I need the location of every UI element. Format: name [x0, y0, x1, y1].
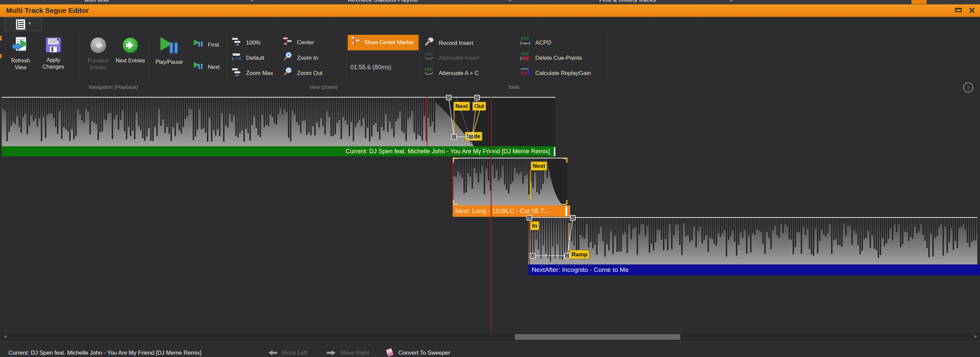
zoom-100-label: 100%: [246, 38, 261, 48]
attenuate-insert-label: Attenuate Insert: [439, 53, 479, 63]
close-button[interactable]: ✕: [968, 5, 975, 16]
center-icon: [283, 37, 292, 49]
svg-text:100: 100: [235, 43, 239, 46]
record-insert-button[interactable]: Record Insert: [424, 37, 473, 46]
apply-changes-button[interactable]: Apply Changes: [38, 34, 69, 82]
ribbon-toolbar: Refresh View Apply Changes: [0, 32, 980, 95]
track-label-current[interactable]: Current: DJ Spen feat. Michelle John - Y…: [2, 146, 555, 156]
next-button[interactable]: Next: [193, 61, 220, 71]
center-label: Center: [297, 38, 314, 48]
waveform-nextafter-track[interactable]: [528, 217, 977, 265]
track-label-next[interactable]: Next: Long - 1109LC - Cut 05 T...: [453, 206, 570, 217]
waveform-next-track[interactable]: [453, 158, 568, 206]
group-caption-navigation: Navigation (Playback): [12, 84, 215, 90]
strip-orange-fragment: [912, 0, 927, 4]
convert-to-sweeper-button[interactable]: Convert To Sweeper: [398, 349, 450, 356]
menu-button[interactable]: ▼: [4, 18, 42, 31]
play-pause-button[interactable]: Play/Pause: [154, 34, 185, 82]
previous-arrow-icon: [89, 37, 107, 54]
move-right-icon: [327, 350, 336, 355]
attenuate-wave-icon: [424, 52, 434, 64]
zoom-in-button[interactable]: Zoom In: [283, 52, 318, 62]
attenuate-insert-button: Attenuate Insert: [424, 52, 479, 62]
delete-cue-points-icon: [520, 52, 531, 64]
show-center-marker-toggle[interactable]: Show Center Marker: [348, 35, 418, 50]
scroll-left-icon[interactable]: ◄: [3, 334, 7, 339]
acpd-icon: [520, 37, 531, 49]
next-arrow-icon: [121, 37, 139, 54]
maximize-button[interactable]: [955, 8, 962, 12]
marker-tag-next[interactable]: Next: [453, 102, 470, 111]
svg-text:MAX: MAX: [235, 74, 239, 76]
apply-changes-label: Apply Changes: [38, 57, 69, 70]
strip-fragment: with disk: [84, 0, 109, 3]
group-caption-view: View (Zoom): [227, 84, 420, 90]
zoom-default-icon: [231, 52, 241, 64]
refresh-view-label: Refresh View: [5, 57, 36, 71]
acpd-button[interactable]: ACPD: [520, 37, 551, 46]
zoom-max-label: Zoom Max: [246, 68, 273, 78]
zoom-out-label: Zoom Out: [297, 68, 323, 78]
window-title: Multi Track Segue Editor: [6, 6, 89, 14]
move-right-button: Move Right: [340, 349, 369, 356]
sweeper-eraser-icon: [386, 348, 394, 357]
strip-close-mark: ✕: [250, 0, 254, 3]
calculate-replaygain-button[interactable]: Calculate ReplayGain: [520, 67, 591, 77]
move-left-icon: [268, 350, 277, 355]
scrollbar-thumb[interactable]: [515, 334, 680, 340]
marker-tag-in[interactable]: In: [530, 221, 539, 230]
attenuate-a-c-button[interactable]: Attenuate A + C: [424, 67, 479, 77]
zoom-default-button[interactable]: Default: [231, 52, 264, 62]
move-left-button: Move Left: [282, 349, 307, 356]
strip-fragment: Aircheck Stations Playlist: [348, 0, 418, 3]
next-entries-label: Next Entries: [115, 57, 146, 64]
replaygain-icon: [520, 67, 531, 80]
microphone-icon: [424, 37, 434, 50]
multi-track-segue-editor-window: with disk ✕ Aircheck Stations Playlist ✕…: [0, 0, 980, 357]
track-label-nextafter[interactable]: NextAfter: Incognito - Come to Me: [528, 265, 980, 275]
status-bar: Current: DJ Spen feat. Michelle John - Y…: [0, 341, 980, 357]
collapse-ribbon-icon[interactable]: ↑: [963, 83, 973, 92]
delete-cue-points-button[interactable]: Delete Cue-Points: [520, 52, 582, 62]
zoom-max-button[interactable]: MAX Zoom Max: [231, 67, 273, 77]
center-marker-icon: [351, 35, 360, 51]
calculate-replaygain-label: Calculate ReplayGain: [535, 68, 591, 78]
delete-cue-points-label: Delete Cue-Points: [535, 53, 582, 63]
track-end-bracket: [554, 147, 555, 156]
record-insert-label: Record Insert: [439, 38, 473, 48]
scroll-right-icon[interactable]: ►: [974, 334, 978, 339]
marker-tag-ramp[interactable]: Ramp: [570, 250, 589, 259]
edge-fragment: [0, 36, 2, 40]
background-window-strip: with disk ✕ Aircheck Stations Playlist ✕…: [0, 0, 980, 5]
marker-tag-fade[interactable]: Fade: [465, 132, 482, 141]
zoom-out-button[interactable]: Zoom Out: [283, 67, 322, 77]
previous-entries-button: Previous Entries: [83, 34, 114, 82]
first-label: First: [208, 40, 219, 50]
attenuate-wave-icon: [424, 67, 434, 80]
next-entries-button[interactable]: Next Entries: [115, 34, 146, 82]
show-center-marker-label: Show Center Marker: [364, 40, 414, 45]
next-label: Next: [208, 62, 220, 72]
zoom-out-icon: [283, 67, 292, 80]
horizontal-scrollbar[interactable]: ◄ ►: [0, 332, 980, 341]
center-button[interactable]: Center: [283, 37, 314, 46]
play-pause-label: Play/Pause: [154, 59, 185, 65]
segue-editor-canvas[interactable]: Current: DJ Spen feat. Michelle John - Y…: [0, 94, 980, 332]
zoom-100-button[interactable]: 100 100%: [231, 37, 261, 46]
save-floppy-icon: [45, 37, 62, 54]
refresh-view-button[interactable]: Refresh View: [5, 34, 36, 82]
zoom-in-label: Zoom In: [297, 53, 318, 63]
first-button[interactable]: First: [193, 39, 219, 49]
chevron-down-icon: ▼: [27, 21, 32, 26]
edge-fragment: [0, 54, 2, 58]
marker-tag-out[interactable]: Out: [472, 102, 486, 111]
marker-tag-next2[interactable]: Next: [531, 161, 547, 171]
strip-close-mark: ✕: [729, 0, 733, 3]
zoom-in-icon: [283, 52, 292, 64]
zoom-max-icon: MAX: [231, 67, 241, 80]
group-caption-tools: Tools: [420, 84, 608, 90]
strip-fragment: Find & modify tracks: [599, 0, 656, 3]
play-pause-icon: [159, 37, 179, 54]
title-bar[interactable]: Multi Track Segue Editor ✕: [0, 5, 980, 17]
refresh-view-icon: [12, 37, 29, 54]
